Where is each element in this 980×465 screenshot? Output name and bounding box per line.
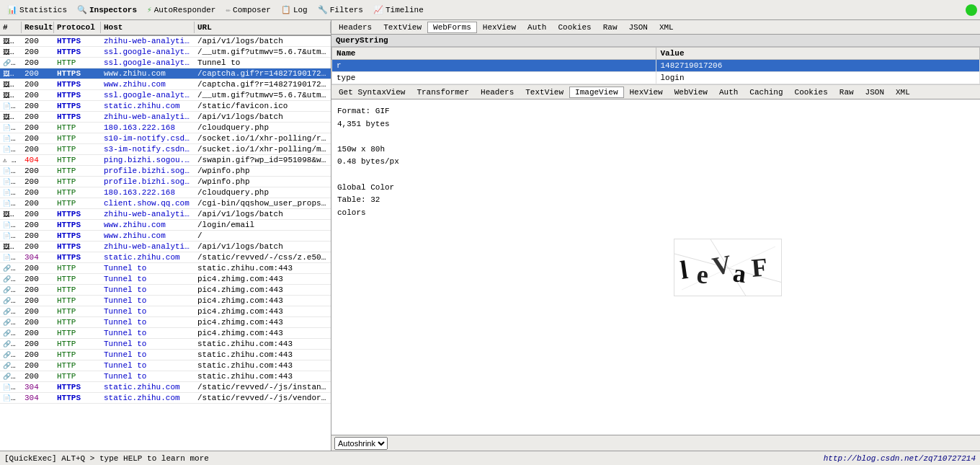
tab-cookies[interactable]: Cookies [552, 22, 597, 33]
table-row[interactable]: 🖼 36 200 HTTPS zhihu-web-analytics... /a… [0, 209, 331, 220]
table-row[interactable]: 🔗 46 200 HTTP Tunnel to pic4.zhimg.com:4… [0, 317, 331, 328]
cell-result: 200 [22, 68, 54, 79]
statistics-btn[interactable]: 📊 Statistics [3, 4, 71, 16]
row-icon-warn: ⚠ [3, 157, 6, 164]
autoresponder-label: AutoResponder [154, 6, 216, 14]
request-list[interactable]: 🖼 20 200 HTTPS zhihu-web-analytics... /a… [0, 36, 331, 451]
cell-result: 200 [22, 285, 54, 295]
inspectors-btn[interactable]: 🔍 Inspectors [73, 4, 141, 16]
cell-protocol: HTTP [54, 339, 101, 349]
tab-raw[interactable]: Raw [597, 22, 623, 33]
table-row[interactable]: 🖼 20 200 HTTPS zhihu-web-analytics... /a… [0, 36, 331, 47]
table-row[interactable]: 🔗 45 200 HTTP Tunnel to pic4.zhimg.com:4… [0, 306, 331, 317]
status-right: http://blog.csdn.net/zq710727214 [824, 454, 976, 463]
row-icon-page: 📄 [3, 199, 16, 208]
tab-json[interactable]: JSON [623, 22, 654, 33]
cell-num: 📄 26 [0, 101, 22, 111]
resp-tab-imageview[interactable]: ImageView [569, 87, 623, 98]
resp-tab-raw[interactable]: Raw [834, 87, 860, 98]
cell-host: www.zhihu.com [101, 231, 195, 241]
resp-tab-auth[interactable]: Auth [713, 87, 744, 98]
table-row[interactable]: 🔗 47 200 HTTP Tunnel to pic4.zhimg.com:4… [0, 328, 331, 339]
table-row[interactable]: 🔗 50 200 HTTP Tunnel to static.zhihu.com… [0, 360, 331, 371]
timeline-btn[interactable]: 📈 Timeline [369, 4, 428, 16]
table-row[interactable]: 📄 32 200 HTTP profile.bizhi.sogou.... /w… [0, 166, 331, 177]
resp-tab-syntaxview[interactable]: Get SyntaxView [333, 87, 411, 98]
table-row[interactable]: 🖼 21 200 HTTPS ssl.google-analytics... /… [0, 47, 331, 58]
resp-tab-xml[interactable]: XML [890, 87, 916, 98]
cell-result: 200 [22, 166, 54, 176]
table-row[interactable]: 🔗 43 200 HTTP Tunnel to pic4.zhimg.com:4… [0, 285, 331, 296]
filters-btn[interactable]: 🔧 Filters [313, 4, 368, 16]
resp-tab-hexview[interactable]: HexView [624, 87, 669, 98]
log-btn[interactable]: 📋 Log [277, 4, 312, 16]
table-row[interactable]: 📄 33 200 HTTP profile.bizhi.sogou.... /w… [0, 177, 331, 187]
table-row[interactable]: 🔗 44 200 HTTP Tunnel to pic4.zhimg.com:4… [0, 296, 331, 306]
status-left: [QuickExec] ALT+Q > type HELP to learn m… [4, 454, 209, 463]
cell-url: pic4.zhimg.com:443 [195, 274, 331, 284]
qs-row[interactable]: r 1482719017206 [332, 60, 980, 72]
table-row[interactable]: 📄 30 200 HTTP s3-im-notify.csdn.net /suc… [0, 144, 331, 155]
cell-num: 🔗 51 [0, 371, 22, 381]
resp-tab-json[interactable]: JSON [860, 87, 890, 98]
cell-result: 200 [22, 263, 54, 273]
table-row[interactable]: 🖼 27 200 HTTPS zhihu-web-analytics... /a… [0, 112, 331, 123]
table-row[interactable]: 🔗 51 200 HTTP Tunnel to static.zhihu.com… [0, 371, 331, 382]
table-row[interactable]: 📄 28 200 HTTP 180.163.222.168 /cloudquer… [0, 123, 331, 133]
resp-tab-caching[interactable]: Caching [744, 87, 788, 98]
image-preview: l e V a F [476, 99, 980, 435]
cell-url: /__utm.gif?utmwv=5.6.7&utms... [195, 47, 331, 57]
cell-host: Tunnel to [101, 274, 195, 284]
table-row[interactable]: 🔗 22 200 HTTP ssl.google-analytics.com:4… [0, 58, 331, 68]
cell-host: zhihu-web-analytics... [101, 112, 195, 122]
table-row[interactable]: 🖼 25 200 HTTPS ssl.google-analytics... /… [0, 90, 331, 101]
tab-webforms[interactable]: WebForms [427, 22, 477, 33]
qs-row[interactable]: type login [332, 72, 980, 84]
table-row[interactable]: 🖼 24 200 HTTPS www.zhihu.com /captcha.gi… [0, 79, 331, 90]
composer-btn[interactable]: ✏️ Composer [221, 4, 275, 16]
table-row[interactable]: 📄 35 200 HTTP client.show.qq.com /cgi-bi… [0, 198, 331, 209]
table-row[interactable]: 📄 52 304 HTTPS static.zhihu.com /static/… [0, 382, 331, 393]
tab-textview[interactable]: TextView [378, 22, 427, 33]
table-row[interactable]: 🖼 39 200 HTTPS zhihu-web-analytics... /a… [0, 242, 331, 252]
autoshrink-select[interactable]: Autoshrink [334, 437, 388, 450]
format-line4: 150w x 80h [337, 143, 470, 156]
table-row[interactable]: 📄 37 200 HTTPS www.zhihu.com /login/emai… [0, 220, 331, 231]
resp-tab-transformer[interactable]: Transformer [411, 87, 475, 98]
cell-num: 🔗 48 [0, 339, 22, 349]
tab-headers[interactable]: Headers [333, 22, 378, 33]
cell-result: 200 [22, 187, 54, 198]
resp-tab-webview[interactable]: WebView [669, 87, 713, 98]
table-row[interactable]: 📄 40 304 HTTPS static.zhihu.com /static/… [0, 252, 331, 263]
table-row[interactable]: 🔗 49 200 HTTP Tunnel to static.zhihu.com… [0, 350, 331, 360]
format-line6 [337, 169, 470, 182]
cell-host: zhihu-web-analytics... [101, 36, 195, 46]
table-row[interactable]: 🖼 23 200 HTTPS www.zhihu.com /captcha.gi… [0, 68, 331, 79]
table-row[interactable]: 🔗 42 200 HTTP Tunnel to pic4.zhimg.com:4… [0, 274, 331, 285]
table-row[interactable]: 📄 34 200 HTTP 180.163.222.168 /cloudquer… [0, 187, 331, 198]
cell-host: Tunnel to [101, 263, 195, 273]
table-row[interactable]: 🔗 48 200 HTTP Tunnel to static.zhihu.com… [0, 339, 331, 350]
table-row[interactable]: 📄 26 200 HTTPS static.zhihu.com /static/… [0, 101, 331, 112]
resp-tab-cookies[interactable]: Cookies [789, 87, 834, 98]
cell-host: www.zhihu.com [101, 79, 195, 89]
tab-xml[interactable]: XML [654, 22, 680, 33]
cell-host: Tunnel to [101, 371, 195, 381]
autoresponder-btn[interactable]: ⚡ AutoResponder [143, 4, 220, 16]
table-row[interactable]: 📄 29 200 HTTP s10-im-notify.csdn.... /so… [0, 133, 331, 144]
resp-tab-headers[interactable]: Headers [475, 87, 520, 98]
tab-hexview[interactable]: HexView [477, 22, 522, 33]
cell-host: client.show.qq.com [101, 198, 195, 208]
table-row[interactable]: 📄 53 304 HTTPS static.zhihu.com /static/… [0, 393, 331, 404]
cell-protocol: HTTPS [54, 101, 101, 111]
cell-num: 🔗 41 [0, 263, 22, 273]
table-row[interactable]: 📄 38 200 HTTPS www.zhihu.com / [0, 231, 331, 242]
resp-tab-textview[interactable]: TextView [520, 87, 569, 98]
cell-host: www.zhihu.com [101, 220, 195, 230]
table-row[interactable]: 🔗 41 200 HTTP Tunnel to static.zhihu.com… [0, 263, 331, 274]
format-line1: Format: GIF [337, 105, 470, 118]
tab-auth[interactable]: Auth [522, 22, 552, 33]
table-row[interactable]: ⚠ 31 404 HTTP ping.bizhi.sogou.com /swap… [0, 155, 331, 166]
main-container: 📊 Statistics 🔍 Inspectors ⚡ AutoResponde… [0, 0, 980, 465]
cell-host: Tunnel to [101, 360, 195, 371]
